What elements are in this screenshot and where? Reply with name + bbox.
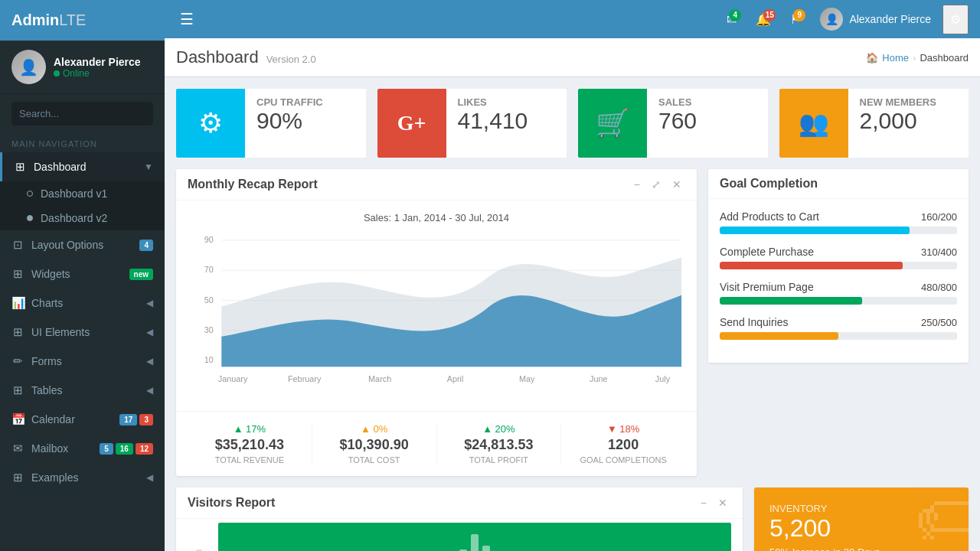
- forms-label: Forms: [31, 355, 62, 367]
- goal-col: Goal Completion Add Products to Cart 160…: [708, 169, 969, 476]
- examples-label: Examples: [31, 471, 78, 484]
- goal-item-0: Add Products to Cart 160/200: [720, 210, 957, 234]
- mailbox-label: Mailbox: [31, 442, 68, 455]
- visitors-tools: − ✕: [697, 495, 731, 510]
- calendar-badges: 17 3: [119, 414, 153, 425]
- members-label: NEW MEMBERS: [860, 96, 958, 108]
- nav-item-left: Dashboard v1: [27, 187, 107, 200]
- sidebar-item-forms[interactable]: ✏ Forms ◀: [0, 347, 165, 376]
- flag-notification-button[interactable]: ⚑ 9: [782, 6, 808, 33]
- nav-item-left: ⊞ Examples: [11, 471, 78, 484]
- cpu-value: 90%: [256, 108, 354, 134]
- sidebar-item-layout[interactable]: ⊡ Layout Options 4: [0, 230, 165, 259]
- visitors-close-button[interactable]: ✕: [714, 495, 731, 510]
- svg-text:January: January: [218, 374, 248, 383]
- dot-icon-active: [27, 215, 33, 221]
- nav-item-left: ⊞ Widgets: [11, 267, 70, 281]
- email-notification-button[interactable]: ✉ 4: [719, 6, 744, 33]
- goal-label-2: Visit Premium Page: [720, 281, 814, 293]
- status-dot: [54, 70, 60, 77]
- close-button[interactable]: ✕: [668, 177, 685, 192]
- info-box-sales: 🛒 SALES 760: [578, 89, 768, 158]
- stat-revenue: ▲ 17% $35,210.43 TOTAL REVENUE: [188, 423, 312, 465]
- goal-header-1: Complete Purchase 310/400: [720, 246, 957, 258]
- goal-label-3: Send Inquiries: [720, 316, 789, 328]
- bar: [482, 546, 490, 551]
- svg-text:70: 70: [204, 265, 214, 274]
- goal-title: Goal Completion: [720, 177, 818, 191]
- widgets-badge: new: [129, 269, 153, 280]
- sidebar-item-calendar[interactable]: 📅 Calendar 17 3: [0, 405, 165, 434]
- bottom-row: Visitors Report − ✕: [165, 487, 980, 551]
- nav-item-left: Dashboard v2: [27, 212, 107, 224]
- user-menu[interactable]: 👤 Alexander Pierce: [812, 4, 939, 34]
- svg-text:May: May: [519, 374, 535, 383]
- card-title: Monthly Recap Report: [188, 178, 318, 191]
- widgets-icon: ⊞: [11, 267, 24, 281]
- nav-item-left: ✉ Mailbox: [11, 442, 68, 455]
- dashboard-v1-label: Dashboard v1: [41, 187, 107, 200]
- visitors-title: Visitors Report: [188, 496, 275, 510]
- content-header: Dashboard Version 2.0 🏠 Home › Dashboard: [165, 38, 980, 77]
- sidebar-item-ui[interactable]: ⊞ UI Elements ◀: [0, 318, 165, 347]
- breadcrumb-home-link[interactable]: Home: [882, 52, 909, 64]
- goal-item-3: Send Inquiries 250/500: [720, 316, 957, 340]
- visitors-minimize-button[interactable]: −: [697, 495, 710, 510]
- info-boxes: ⚙ CPU TRAFFIC 90% G+ LIKES 41,410 🛒 SALE…: [165, 77, 980, 169]
- page-title: Dashboard: [176, 47, 259, 67]
- settings-button[interactable]: ⚙: [942, 5, 969, 34]
- svg-text:50: 50: [204, 295, 214, 305]
- monthly-report-card: Monthly Recap Report − ⤢ ✕ Sales: 1 Jan,…: [176, 169, 697, 476]
- ui-label: UI Elements: [31, 326, 90, 338]
- profit-label: TOTAL PROFIT: [437, 455, 561, 465]
- goal-card-header: Goal Completion: [708, 169, 969, 199]
- sidebar-item-dashboard-v2[interactable]: Dashboard v2: [0, 206, 165, 230]
- charts-label: Charts: [31, 297, 63, 309]
- search-wrap: 🔍: [11, 102, 153, 126]
- sidebar-item-tables[interactable]: ⊞ Tables ◀: [0, 376, 165, 405]
- content-wrapper: Dashboard Version 2.0 🏠 Home › Dashboard…: [165, 38, 980, 551]
- goal-value-3: 250/500: [921, 317, 957, 328]
- mailbox-badge-1: 5: [100, 443, 113, 455]
- svg-text:10: 10: [204, 355, 214, 364]
- nav-section-title: MAIN NAVIGATION: [0, 133, 165, 152]
- dot-icon: [27, 191, 33, 197]
- sidebar-item-dashboard-v1[interactable]: Dashboard v1: [0, 181, 165, 206]
- flag-badge: 9: [793, 9, 805, 21]
- breadcrumb: 🏠 Home › Dashboard: [866, 52, 969, 64]
- sidebar-item-charts[interactable]: 📊 Charts ◀: [0, 289, 165, 318]
- sidebar-item-widgets[interactable]: ⊞ Widgets new: [0, 259, 165, 289]
- likes-value: 41,410: [458, 108, 556, 134]
- layout-badge: 4: [139, 240, 153, 251]
- visitors-header: Visitors Report − ✕: [176, 487, 743, 519]
- search-bar: 🔍: [0, 94, 165, 133]
- menu-toggle-button[interactable]: ☰: [176, 6, 198, 32]
- mailbox-badge-3: 12: [136, 443, 153, 455]
- sidebar-item-dashboard[interactable]: ⊞ Dashboard ▼: [0, 152, 165, 181]
- progress-bar-0: [720, 227, 910, 234]
- card-body: Sales: 1 Jan, 2014 - 30 Jul, 2014 90 70 …: [176, 201, 697, 411]
- page-version: Version 2.0: [266, 54, 316, 65]
- search-input[interactable]: [11, 102, 153, 126]
- minimize-button[interactable]: −: [630, 177, 644, 192]
- bell-notification-button[interactable]: 🔔 15: [748, 6, 779, 33]
- goal-card-body: Add Products to Cart 160/200 Complete Pu…: [708, 199, 969, 363]
- goal-value-0: 160/200: [921, 211, 957, 223]
- profit-value: $24,813.53: [437, 437, 561, 453]
- stat-profit: ▲ 20% $24,813.53 TOTAL PROFIT: [437, 423, 562, 465]
- nav-item-left: ✏ Forms: [11, 354, 62, 368]
- brand: AdminLTE: [0, 0, 165, 41]
- sales-value: 760: [658, 108, 756, 134]
- status-text: Online: [63, 68, 90, 79]
- breadcrumb-home-icon: 🏠: [866, 52, 878, 64]
- green-bars: [452, 527, 498, 551]
- info-box-cpu: ⚙ CPU TRAFFIC 90%: [176, 89, 366, 158]
- sidebar-item-examples[interactable]: ⊞ Examples ◀: [0, 463, 165, 492]
- sidebar-item-mailbox[interactable]: ✉ Mailbox 5 16 12: [0, 434, 165, 463]
- examples-icon: ⊞: [11, 471, 24, 484]
- expand-button[interactable]: ⤢: [648, 177, 665, 192]
- members-content: NEW MEMBERS 2,000: [848, 89, 969, 158]
- bell-badge: 15: [763, 9, 776, 21]
- svg-text:90: 90: [204, 235, 214, 244]
- profit-trend: ▲ 20%: [437, 423, 561, 435]
